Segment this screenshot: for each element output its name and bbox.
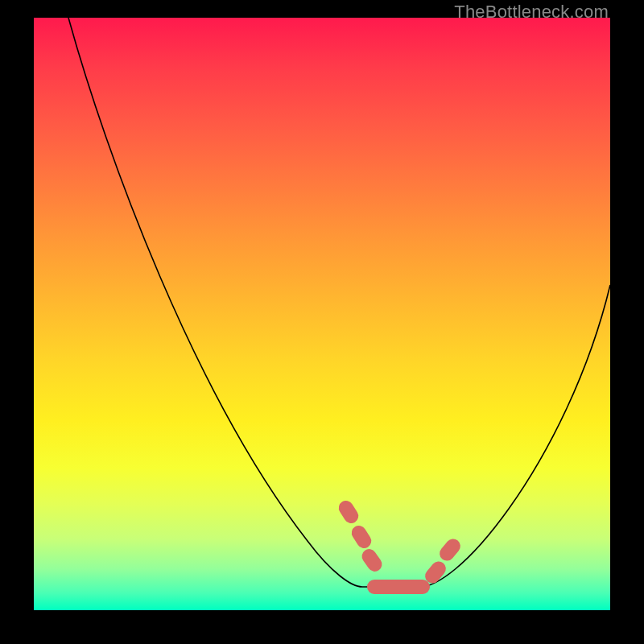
blob-left-lower xyxy=(359,547,385,575)
curve-left-branch xyxy=(68,18,362,587)
blob-right-upper xyxy=(436,536,463,564)
blob-left-mid xyxy=(349,523,374,551)
chart-frame xyxy=(34,18,610,610)
blob-bottom xyxy=(367,580,430,594)
blob-left-upper xyxy=(336,498,361,526)
bottleneck-curve xyxy=(34,18,610,610)
